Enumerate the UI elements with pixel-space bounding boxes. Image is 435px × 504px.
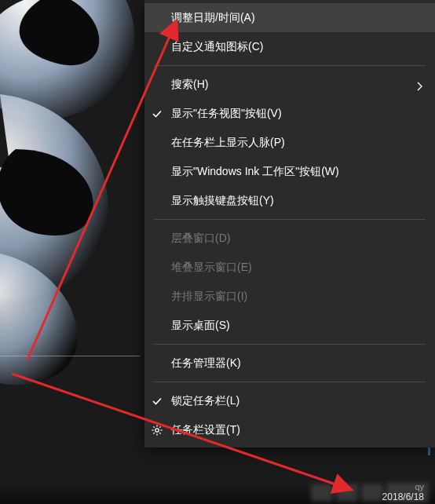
menu-item-label: 在任务栏上显示人脉(P) <box>171 136 285 150</box>
menu-item[interactable]: 搜索(H) <box>144 70 435 99</box>
svg-line-8 <box>153 433 154 433</box>
menu-item-label: 任务管理器(K) <box>171 356 241 371</box>
menu-item: 层叠窗口(D) <box>144 224 435 253</box>
menu-item-label: 显示触摸键盘按钮(Y) <box>171 194 274 208</box>
svg-line-5 <box>153 426 154 427</box>
menu-item-label: 显示"任务视图"按钮(V) <box>171 107 282 121</box>
menu-separator <box>154 65 426 66</box>
menu-item[interactable]: 显示"任务视图"按钮(V) <box>144 99 435 128</box>
menu-separator <box>154 219 426 220</box>
menu-item-label: 搜索(H) <box>171 78 208 92</box>
menu-item-label: 显示桌面(S) <box>171 319 230 333</box>
menu-item[interactable]: 任务管理器(K) <box>144 349 435 378</box>
menu-item[interactable]: 显示触摸键盘按钮(Y) <box>144 186 435 215</box>
menu-item-label: 调整日期/时间(A) <box>171 11 255 25</box>
desktop-background: 调整日期/时间(A)自定义通知图标(C)搜索(H)显示"任务视图"按钮(V)在任… <box>0 0 435 482</box>
check-icon <box>151 395 163 407</box>
menu-item: 并排显示窗口(I) <box>144 282 435 311</box>
tray-clock[interactable]: qy 2018/6/18 <box>382 482 424 502</box>
menu-item: 堆叠显示窗口(E) <box>144 253 435 282</box>
gear-icon <box>151 424 163 436</box>
menu-item[interactable]: 显示"Windows Ink 工作区"按钮(W) <box>144 157 435 186</box>
menu-item[interactable]: 在任务栏上显示人脉(P) <box>144 128 435 157</box>
menu-separator <box>154 344 426 345</box>
watermark-text: qy <box>415 482 424 491</box>
menu-item[interactable]: 显示桌面(S) <box>144 311 435 340</box>
menu-item-label: 层叠窗口(D) <box>171 232 230 246</box>
taskbar-context-menu: 调整日期/时间(A)自定义通知图标(C)搜索(H)显示"任务视图"按钮(V)在任… <box>144 0 435 447</box>
menu-item-label: 自定义通知图标(C) <box>171 40 263 54</box>
taskbar[interactable]: qy 2018/6/18 <box>0 482 435 504</box>
svg-point-0 <box>155 428 159 431</box>
svg-line-7 <box>159 426 160 427</box>
svg-line-6 <box>159 433 160 433</box>
menu-item-label: 堆叠显示窗口(E) <box>171 261 252 275</box>
tray-date: 2018/6/18 <box>382 491 424 502</box>
menu-item[interactable]: 调整日期/时间(A) <box>144 3 435 32</box>
chevron-right-icon <box>416 81 424 89</box>
menu-item[interactable]: 锁定任务栏(L) <box>144 386 435 415</box>
menu-item-label: 锁定任务栏(L) <box>171 394 239 408</box>
menu-item-label: 显示"Windows Ink 工作区"按钮(W) <box>171 165 339 179</box>
menu-item-label: 并排显示窗口(I) <box>171 290 247 304</box>
check-icon <box>151 108 163 120</box>
menu-item[interactable]: 任务栏设置(T) <box>144 415 435 444</box>
menu-item-label: 任务栏设置(T) <box>171 423 240 437</box>
menu-item[interactable]: 自定义通知图标(C) <box>144 32 435 61</box>
menu-separator <box>154 382 426 382</box>
decorative-line <box>0 356 140 356</box>
